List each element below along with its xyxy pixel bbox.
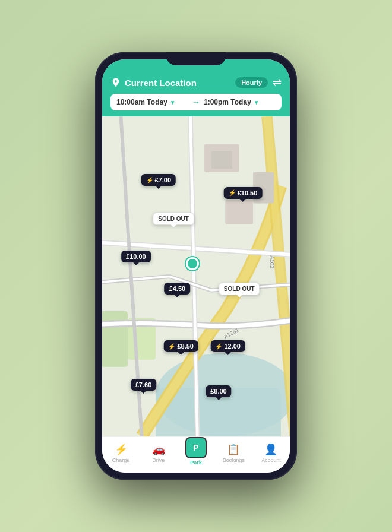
- price-label: £10.50: [238, 189, 258, 197]
- app-header: Current Location Hourly ⇌ 10:00am Today …: [102, 59, 290, 116]
- nav-item-drive[interactable]: 🚗 Drive: [140, 443, 177, 463]
- price-marker-m7[interactable]: ⚡£8.50: [163, 340, 198, 352]
- start-time-label: 10:00am Today: [116, 98, 167, 106]
- sold-out-marker-m6: SOLD OUT: [219, 283, 260, 295]
- bookings-icon: 📋: [227, 443, 240, 456]
- nav-item-bookings[interactable]: 📋 Bookings: [215, 443, 252, 463]
- svg-text:A102: A102: [269, 255, 275, 268]
- price-marker-m9[interactable]: £7.60: [131, 379, 157, 391]
- price-label: £10.00: [126, 253, 146, 260]
- start-time-select[interactable]: 10:00am Today ▼: [116, 98, 188, 106]
- end-time-label: 1:00pm Today: [204, 98, 251, 106]
- drive-icon: 🚗: [152, 443, 165, 456]
- price-marker-m1[interactable]: ⚡£7.00: [141, 174, 176, 186]
- header-top-row: Current Location Hourly ⇌: [110, 76, 282, 89]
- price-label: £8.00: [210, 388, 227, 395]
- charge-icon: ⚡: [115, 443, 128, 456]
- price-marker-m2[interactable]: ⚡£10.50: [224, 187, 263, 199]
- price-label: £8.50: [177, 343, 194, 350]
- svg-rect-7: [225, 200, 253, 224]
- price-marker-m8[interactable]: ⚡12.00: [210, 340, 245, 352]
- arrow-icon: →: [192, 97, 200, 107]
- charge-label: Charge: [112, 457, 130, 463]
- price-label: £7.60: [135, 381, 152, 388]
- location-pin-icon: [110, 77, 121, 88]
- location-text: Current Location: [125, 78, 235, 88]
- location-row: Current Location: [110, 77, 235, 88]
- sold-out-marker-m3: SOLD OUT: [153, 213, 194, 225]
- bookings-label: Bookings: [223, 457, 245, 463]
- svg-rect-6: [211, 151, 232, 169]
- bolt-icon: ⚡: [168, 343, 175, 350]
- price-label: £7.00: [155, 176, 172, 183]
- map-area[interactable]: A102 A1261 ⚡£7.00⚡£10.50SOLD OUT£10.00£4…: [102, 116, 290, 436]
- current-location-dot: [186, 257, 199, 270]
- phone-screen: Current Location Hourly ⇌ 10:00am Today …: [102, 59, 290, 473]
- price-label: 12.00: [224, 343, 241, 350]
- drive-label: Drive: [152, 457, 165, 463]
- end-time-select[interactable]: 1:00pm Today ▼: [204, 98, 276, 106]
- bolt-icon: ⚡: [146, 177, 153, 183]
- filter-icon[interactable]: ⇌: [273, 76, 282, 89]
- bottom-nav: ⚡ Charge 🚗 Drive P Park 📋 Bookings 👤 Acc…: [102, 436, 290, 473]
- phone-frame: Current Location Hourly ⇌ 10:00am Today …: [95, 52, 297, 480]
- price-marker-m5[interactable]: £4.50: [165, 283, 191, 294]
- nav-item-park[interactable]: P Park: [177, 441, 214, 466]
- price-marker-m4[interactable]: £10.00: [121, 251, 151, 262]
- phone-notch: [166, 52, 226, 65]
- start-time-chevron: ▼: [170, 99, 176, 106]
- account-label: Account: [261, 457, 281, 463]
- hourly-badge[interactable]: Hourly: [235, 77, 268, 88]
- account-icon: 👤: [264, 443, 277, 456]
- end-time-chevron: ▼: [254, 99, 260, 106]
- bolt-icon: ⚡: [229, 189, 236, 196]
- price-marker-m10[interactable]: £8.00: [206, 385, 232, 397]
- time-row: 10:00am Today ▼ → 1:00pm Today ▼: [110, 94, 282, 110]
- svg-rect-3: [102, 311, 128, 367]
- price-label: £4.50: [169, 285, 186, 292]
- bolt-icon: ⚡: [215, 343, 222, 350]
- nav-item-account[interactable]: 👤 Account: [252, 443, 290, 463]
- park-label: Park: [190, 460, 202, 466]
- park-badge: P: [185, 437, 207, 458]
- nav-item-charge[interactable]: ⚡ Charge: [102, 443, 140, 463]
